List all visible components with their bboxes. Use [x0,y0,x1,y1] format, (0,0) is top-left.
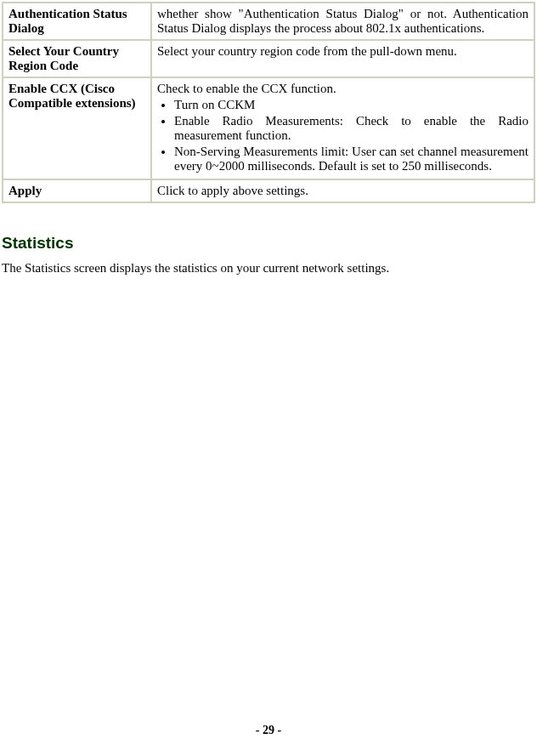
bullet-item: Non-Serving Measurements limit: User can… [174,145,529,173]
table-row: Apply Click to apply above settings. [3,180,534,202]
row-label: Enable CCX (Cisco Compatible extensions) [3,78,150,179]
row-description: Check to enable the CCX function. Turn o… [152,78,534,179]
bullet-item: Turn on CCKM [174,98,529,112]
statistics-heading: Statistics [2,234,537,253]
page-number: - 29 - [0,724,537,737]
row-label: Apply [3,180,150,202]
row-description: Select your country region code from the… [152,41,534,77]
settings-table: Authentication Status Dialog whether sho… [2,2,535,203]
row-desc-intro: Check to enable the CCX function. [157,82,336,95]
row-description: whether show "Authentication Status Dial… [152,3,534,39]
table-row: Authentication Status Dialog whether sho… [3,3,534,39]
page-content: Authentication Status Dialog whether sho… [0,2,537,276]
bullet-list: Turn on CCKM Enable Radio Measurements: … [157,98,529,173]
row-label: Select Your Country Region Code [3,41,150,77]
row-label: Authentication Status Dialog [3,3,150,39]
table-row: Enable CCX (Cisco Compatible extensions)… [3,78,534,179]
row-description: Click to apply above settings. [152,180,534,202]
statistics-body: The Statistics screen displays the stati… [2,261,537,276]
table-row: Select Your Country Region Code Select y… [3,41,534,77]
bullet-item: Enable Radio Measurements: Check to enab… [174,114,529,143]
